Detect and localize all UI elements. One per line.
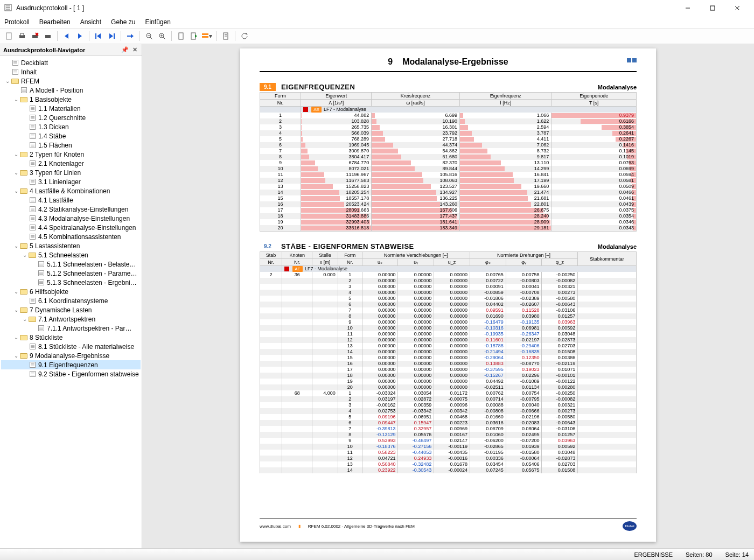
tree-item[interactable]: ⌄1 Basisobjekte	[1, 95, 141, 104]
page-icon[interactable]	[175, 30, 187, 42]
doc-icon[interactable]	[220, 30, 232, 42]
tree-item[interactable]: A Modell - Position	[1, 86, 141, 95]
svg-line-24	[150, 37, 152, 39]
first-icon[interactable]	[93, 30, 104, 42]
page-scroll[interactable]: 9 Modalanalyse-Ergebnisse 9.1 EIGENFREQU…	[142, 44, 754, 548]
tree-item[interactable]: 1.1 Materialien	[1, 104, 141, 113]
table-row: 83804.41761.6809.8170.1019	[260, 154, 637, 160]
tree-item[interactable]: 2.1 Knotenlager	[1, 159, 141, 168]
svg-rect-5	[710, 6, 715, 10]
table-row: 1418205.254134.92721.4740.0466	[260, 190, 637, 195]
eigenform-table: Stab Knoten Stelle Form Normierte Versch…	[260, 251, 637, 473]
next-icon[interactable]	[74, 30, 86, 42]
tree-item[interactable]: Deckblatt	[1, 58, 141, 67]
tree-item[interactable]: 1.3 Dicken	[1, 122, 141, 131]
tree-item[interactable]: 8.1 Stückliste - Alle materialweise	[1, 342, 141, 351]
tree-item[interactable]: ⌄4 Lastfälle & Kombinationen	[1, 186, 141, 195]
tree-item-label: 4 Lastfälle & Kombinationen	[30, 187, 110, 195]
tree-item[interactable]: ⌄5.1 Schneelasten	[1, 250, 141, 260]
tree-item[interactable]: 9.1 Eigenfrequenzen	[1, 360, 141, 369]
print-x-icon[interactable]	[29, 30, 41, 42]
tree-item[interactable]: 1.5 Flächen	[1, 141, 141, 150]
tree-item-label: 5.1.1 Schneelasten - Belaste…	[47, 261, 136, 268]
export-icon[interactable]	[188, 30, 200, 42]
tree-item[interactable]: 4.3 Modalanalyse-Einstellungen	[1, 214, 141, 223]
zoom-in-icon[interactable]	[156, 30, 168, 42]
table-row: 120.000000.000000.000000.11601-0.02197-0…	[260, 337, 637, 343]
tree-item[interactable]: 6.1 Koordinatensysteme	[1, 296, 141, 305]
last-icon[interactable]	[106, 30, 117, 42]
tree-item[interactable]: ⌄6 Hilfsobjekte	[1, 287, 141, 296]
section-title: STÄBE - EIGENFORMEN STABWEISE	[281, 242, 598, 250]
tree-item-label: RFEM	[21, 78, 39, 85]
table-row: 110.58223-0.44053-0.00435-0.01195-0.0158…	[260, 450, 637, 456]
expand-icon[interactable]: ⌄	[13, 334, 19, 340]
navigator-pin-icon[interactable]: 📌	[121, 46, 129, 53]
tree-item[interactable]: ⌄9 Modalanalyse-Ergebnisse	[1, 351, 141, 360]
tree-item[interactable]: ⌄8 Stückliste	[1, 333, 141, 342]
svg-line-27	[163, 37, 165, 39]
tree-item[interactable]: ⌄5 Lastassistenten	[1, 241, 141, 250]
tree-item[interactable]: ⌄7.1 Antwortspektren	[1, 314, 141, 324]
tree-item[interactable]: 4.4 Spektralanalyse-Einstellungen	[1, 223, 141, 232]
tree-item[interactable]: ⌄RFEM	[1, 76, 141, 86]
minimize-button[interactable]	[675, 0, 700, 16]
menu-item[interactable]: Protokoll	[4, 18, 30, 26]
expand-icon[interactable]: ⌄	[4, 78, 11, 84]
tree-item[interactable]: 4.1 Lastfälle	[1, 195, 141, 205]
expand-icon[interactable]: ⌄	[13, 151, 19, 157]
expand-icon[interactable]: ⌄	[13, 188, 19, 194]
print-v-icon[interactable]	[42, 30, 54, 42]
tree-item[interactable]: 9.2 Stäbe - Eigenformen stabweise	[1, 369, 141, 379]
navigator-tree[interactable]: DeckblattInhalt⌄RFEMA Modell - Position⌄…	[0, 56, 142, 548]
menu-item[interactable]: Ansicht	[80, 18, 101, 26]
expand-icon[interactable]: ⌄	[13, 170, 19, 176]
settings-icon[interactable]: ▾	[201, 30, 213, 42]
tree-item[interactable]: 5.1.3 Schneelasten - Ergebni…	[1, 278, 141, 287]
tree-item-label: Inhalt	[21, 68, 37, 76]
menu-item[interactable]: Einfügen	[145, 18, 170, 26]
tree-item[interactable]: 5.1.1 Schneelasten - Belaste…	[1, 260, 141, 269]
tree-item[interactable]: 7.1.1 Antwortspektren - Par…	[1, 324, 141, 333]
folder-icon	[19, 151, 28, 158]
expand-icon[interactable]: ⌄	[13, 243, 19, 249]
tree-item[interactable]: 5.1.2 Schneelasten - Parame…	[1, 269, 141, 278]
svg-rect-33	[202, 33, 208, 35]
expand-icon[interactable]: ⌄	[22, 316, 28, 322]
expand-icon[interactable]: ⌄	[13, 96, 19, 102]
tree-item[interactable]: Inhalt	[1, 67, 141, 76]
menu-item[interactable]: Bearbeiten	[39, 18, 71, 26]
navigator-close-icon[interactable]: ✕	[131, 46, 138, 53]
tree-item[interactable]: 4.5 Kombinationsassistenten	[1, 232, 141, 241]
expand-icon[interactable]: ⌄	[13, 307, 19, 313]
menu-item[interactable]: Gehe zu	[111, 18, 135, 26]
maximize-button[interactable]	[700, 0, 725, 16]
tree-item[interactable]: 1.4 Stäbe	[1, 131, 141, 141]
zoom-out-icon[interactable]	[143, 30, 155, 42]
expand-icon[interactable]: ⌄	[13, 353, 19, 359]
tree-item-label: A Modell - Position	[30, 87, 83, 94]
prev-icon[interactable]	[61, 30, 73, 42]
file-icon	[28, 225, 37, 231]
expand-icon[interactable]: ⌄	[13, 289, 19, 295]
tree-item[interactable]: 1.2 Querschnitte	[1, 113, 141, 122]
file-icon	[28, 371, 37, 377]
folder-icon	[19, 170, 28, 176]
tree-item[interactable]: 4.2 Statikanalyse-Einstellungen	[1, 205, 141, 214]
refresh-icon[interactable]	[239, 30, 250, 42]
table-row: 2360.00010.000000.000000.000000.007650.0…	[260, 272, 637, 278]
tree-item-label: 9.2 Stäbe - Eigenformen stabweise	[38, 370, 139, 378]
svg-marker-19	[109, 33, 113, 39]
tree-item[interactable]: ⌄7 Dynamische Lasten	[1, 305, 141, 314]
expand-icon[interactable]: ⌄	[22, 252, 28, 258]
print-icon[interactable]	[16, 30, 28, 42]
new-icon[interactable]	[3, 30, 15, 42]
folder-icon	[11, 78, 19, 85]
close-button[interactable]	[725, 0, 750, 16]
tree-item[interactable]: ⌄2 Typen für Knoten	[1, 150, 141, 159]
section-row-92: 9.2 STÄBE - EIGENFORMEN STABWEISE Modala…	[260, 232, 637, 250]
tree-item[interactable]: ⌄3 Typen für Linien	[1, 168, 141, 177]
goto-icon[interactable]	[124, 30, 136, 42]
file-icon	[28, 124, 37, 130]
tree-item[interactable]: 3.1 Linienlager	[1, 177, 141, 186]
